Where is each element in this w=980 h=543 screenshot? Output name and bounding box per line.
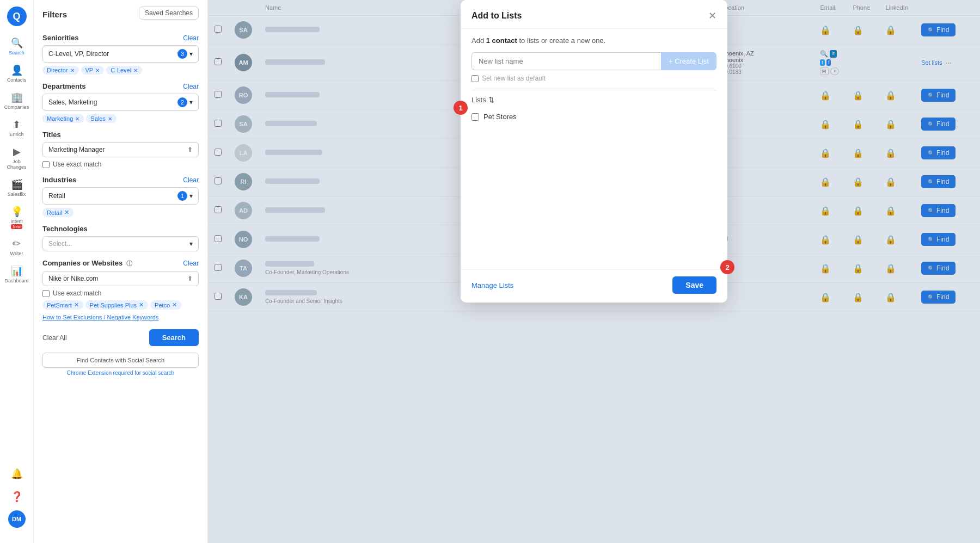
seniorities-clear[interactable]: Clear	[183, 34, 199, 42]
departments-section: Departments Clear Sales, Marketing 2 ▾ M…	[42, 82, 199, 123]
social-search-button[interactable]: Find Contacts with Social Search	[42, 353, 199, 368]
industries-dropdown[interactable]: Retail 1 ▾	[42, 187, 199, 205]
tag-vp[interactable]: VP ✕	[81, 66, 105, 75]
tag-clevel-remove[interactable]: ✕	[133, 67, 138, 73]
intent-icon: 💡	[11, 206, 23, 218]
titles-input-value: Marketing Manager	[48, 146, 105, 153]
tag-marketing[interactable]: Marketing ✕	[42, 114, 84, 123]
departments-dropdown[interactable]: Sales, Marketing 2 ▾	[42, 94, 199, 111]
list-item-checkbox-pet-stores[interactable]	[471, 113, 479, 121]
salesflix-icon: 🎬	[11, 178, 23, 190]
modal-header: Add to Lists ✕	[461, 0, 727, 29]
writer-icon: ✏	[13, 238, 21, 250]
companies-clear[interactable]: Clear	[183, 260, 199, 267]
sidebar-item-salesflix[interactable]: 🎬 Salesflix	[2, 175, 32, 200]
clear-all-button[interactable]: Clear All	[42, 334, 67, 342]
sidebar-item-job-changes[interactable]: ▶ Job Changes	[2, 143, 32, 173]
tag-sales-remove[interactable]: ✕	[108, 116, 112, 122]
tag-pet-supplies[interactable]: Pet Supplies Plus ✕	[85, 300, 148, 310]
industries-tags: Retail ✕	[42, 208, 199, 217]
departments-value: Sales, Marketing	[48, 98, 97, 106]
sidebar-item-enrich-label: Enrich	[10, 132, 24, 137]
save-button[interactable]: Save	[672, 276, 716, 294]
titles-exact-match-checkbox[interactable]	[42, 161, 50, 168]
sidebar-item-search[interactable]: 🔍 Search	[2, 34, 32, 59]
modal-title: Add to Lists	[471, 11, 522, 21]
sidebar-item-enrich[interactable]: ⬆ Enrich	[2, 115, 32, 140]
sidebar-item-dashboard-label: Dashboard	[4, 278, 28, 283]
create-list-button[interactable]: + Create List	[661, 52, 716, 70]
tag-petco[interactable]: Petco ✕	[150, 300, 181, 310]
tag-petsmart-label: PetSmart	[47, 302, 72, 308]
sidebar-item-dashboard[interactable]: 📊 Dashboard	[2, 262, 32, 287]
technologies-section: Technologies Select... ▾	[42, 225, 199, 251]
tag-marketing-remove[interactable]: ✕	[75, 116, 79, 122]
seniorities-dropdown[interactable]: C-Level, VP, Director 3 ▾	[42, 45, 199, 63]
avatar[interactable]: DM	[8, 510, 26, 528]
companies-label: Companies or Websites ⓘ	[42, 259, 132, 268]
tag-retail-label: Retail	[47, 209, 62, 216]
tag-pet-supplies-label: Pet Supplies Plus	[90, 302, 137, 308]
modal-overlay: 1 2 Add to Lists ✕ Add 1 contact to list…	[208, 0, 980, 543]
chevron-down-icon3: ▾	[189, 192, 193, 200]
industries-clear[interactable]: Clear	[183, 176, 199, 184]
new-list-name-input[interactable]	[471, 52, 661, 70]
upload-icon2[interactable]: ⬆	[187, 275, 193, 282]
industries-section: Industries Clear Retail 1 ▾ Retail ✕	[42, 176, 199, 217]
technologies-label: Technologies	[42, 225, 88, 233]
companies-exact-match-label: Use exact match	[53, 289, 101, 297]
tag-director-label: Director	[47, 67, 68, 73]
new-list-row: + Create List	[471, 52, 716, 70]
companies-exact-match-checkbox[interactable]	[42, 290, 50, 297]
manage-lists-link[interactable]: Manage Lists	[471, 281, 513, 289]
sidebar-item-intent[interactable]: 💡 Intent New	[2, 202, 32, 232]
app-logo[interactable]: Q	[7, 7, 27, 26]
industries-count: 1	[177, 191, 187, 201]
tag-petco-remove[interactable]: ✕	[172, 301, 177, 308]
tag-clevel[interactable]: C-Level ✕	[106, 66, 142, 75]
departments-tags: Marketing ✕ Sales ✕	[42, 114, 199, 123]
sidebar-item-companies[interactable]: 🏢 Companies	[2, 88, 32, 113]
seniorities-value: C-Level, VP, Director	[48, 50, 109, 58]
sidebar-bottom: 🔔 ❓ DM	[2, 465, 32, 536]
tag-sales[interactable]: Sales ✕	[86, 114, 117, 123]
tag-petco-label: Petco	[155, 302, 170, 308]
titles-label: Titles	[42, 131, 61, 139]
upload-icon[interactable]: ⬆	[187, 146, 193, 153]
tag-clevel-label: C-Level	[111, 67, 131, 73]
dashboard-icon: 📊	[11, 265, 23, 277]
departments-label: Departments	[42, 82, 85, 90]
filters-panel: Filters Saved Searches Seniorities Clear…	[34, 0, 208, 543]
step-1-badge: 1	[454, 101, 468, 115]
technologies-dropdown[interactable]: Select... ▾	[42, 236, 199, 251]
industries-value: Retail	[48, 192, 65, 200]
tag-petsmart[interactable]: PetSmart ✕	[42, 300, 83, 310]
tag-pet-supplies-remove[interactable]: ✕	[139, 301, 144, 308]
tag-retail[interactable]: Retail ✕	[42, 208, 74, 217]
companies-section: Companies or Websites ⓘ Clear Nike or Ni…	[42, 259, 199, 320]
modal-close-button[interactable]: ✕	[708, 10, 716, 22]
sort-icon[interactable]: ⇅	[488, 96, 494, 104]
tag-director-remove[interactable]: ✕	[70, 67, 75, 73]
companies-exact-match: Use exact match	[42, 289, 199, 297]
tag-petsmart-remove[interactable]: ✕	[74, 301, 79, 308]
set-default-checkbox[interactable]	[471, 75, 479, 82]
saved-searches-button[interactable]: Saved Searches	[139, 7, 199, 20]
tag-director[interactable]: Director ✕	[42, 66, 79, 75]
modal-subtitle: Add 1 contact to lists or create a new o…	[471, 36, 716, 45]
search-button[interactable]: Search	[149, 329, 199, 346]
list-item-label-pet-stores: Pet Stores	[483, 113, 517, 121]
departments-clear[interactable]: Clear	[183, 83, 199, 90]
technologies-placeholder: Select...	[48, 240, 72, 248]
tag-marketing-label: Marketing	[47, 115, 73, 122]
chevron-down-icon2: ▾	[189, 98, 193, 106]
sidebar-item-writer[interactable]: ✏ Writer	[2, 235, 32, 260]
tag-vp-remove[interactable]: ✕	[95, 67, 100, 73]
seniorities-section: Seniorities Clear C-Level, VP, Director …	[42, 34, 199, 75]
tag-retail-remove[interactable]: ✕	[64, 209, 69, 216]
exclusion-link[interactable]: How to Set Exclusions / Negative Keyword…	[42, 314, 199, 320]
sidebar-item-contacts[interactable]: 👤 Contacts	[2, 61, 32, 86]
bell-icon: 🔔	[11, 468, 23, 480]
sidebar-item-help[interactable]: ❓	[2, 488, 32, 506]
sidebar-item-bell[interactable]: 🔔	[2, 465, 32, 483]
